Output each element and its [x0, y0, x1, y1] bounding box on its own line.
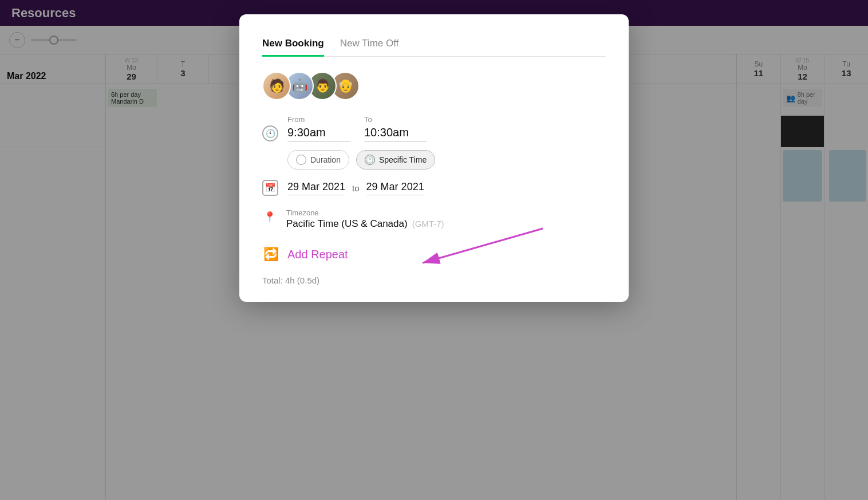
- date-to[interactable]: 29 Mar 2021: [366, 181, 424, 195]
- timezone-section: 📍 Timezone Pacific Time (US & Canada) (G…: [262, 208, 606, 230]
- tab-bar: New Booking New Time Off: [262, 32, 606, 57]
- avatar-group: 🧑 🤖 👨 👴: [262, 72, 606, 100]
- time-section: 🕙 From 9:30am To 10:30am: [262, 115, 606, 170]
- avatar-1[interactable]: 🧑: [262, 72, 291, 100]
- time-type-row: Duration 🕐 Specific Time: [287, 150, 606, 170]
- duration-button[interactable]: Duration: [287, 150, 349, 170]
- to-field[interactable]: To 10:30am: [364, 115, 427, 142]
- tab-new-booking[interactable]: New Booking: [262, 32, 324, 57]
- tab-new-timeoff[interactable]: New Time Off: [340, 32, 399, 57]
- from-value: 9:30am: [287, 126, 350, 142]
- add-repeat-section[interactable]: 🔁 Add Repeat: [262, 246, 606, 263]
- specific-time-icon: 🕐: [365, 155, 375, 165]
- to-label: To: [364, 115, 427, 124]
- repeat-icon: 🔁: [262, 246, 279, 263]
- date-to-connector: to: [352, 183, 360, 193]
- modal: New Booking New Time Off 🧑 🤖 👨 👴: [239, 14, 629, 302]
- from-label: From: [287, 115, 350, 124]
- modal-overlay: New Booking New Time Off 🧑 🤖 👨 👴: [0, 0, 868, 500]
- calendar-icon: 📅: [262, 180, 278, 196]
- total-section: Total: 4h (0.5d): [262, 275, 606, 286]
- from-field[interactable]: From 9:30am: [287, 115, 350, 142]
- timezone-value: Pacific Time (US & Canada): [286, 218, 408, 230]
- svg-line-1: [423, 229, 543, 263]
- timezone-label: Timezone: [286, 208, 444, 217]
- timezone-gmt: (GMT-7): [412, 219, 444, 229]
- date-range: 29 Mar 2021 to 29 Mar 2021: [287, 181, 424, 195]
- date-section: 📅 29 Mar 2021 to 29 Mar 2021: [262, 180, 606, 196]
- date-from[interactable]: 29 Mar 2021: [287, 181, 345, 195]
- arrow-annotation: [377, 223, 549, 274]
- location-icon: 📍: [262, 210, 277, 225]
- specific-time-button[interactable]: 🕐 Specific Time: [356, 150, 435, 170]
- add-repeat-label: Add Repeat: [287, 248, 348, 261]
- total-label: Total: 4h (0.5d): [262, 275, 319, 285]
- duration-icon: [296, 155, 306, 165]
- clock-icon: 🕙: [262, 125, 278, 141]
- to-value: 10:30am: [364, 126, 427, 142]
